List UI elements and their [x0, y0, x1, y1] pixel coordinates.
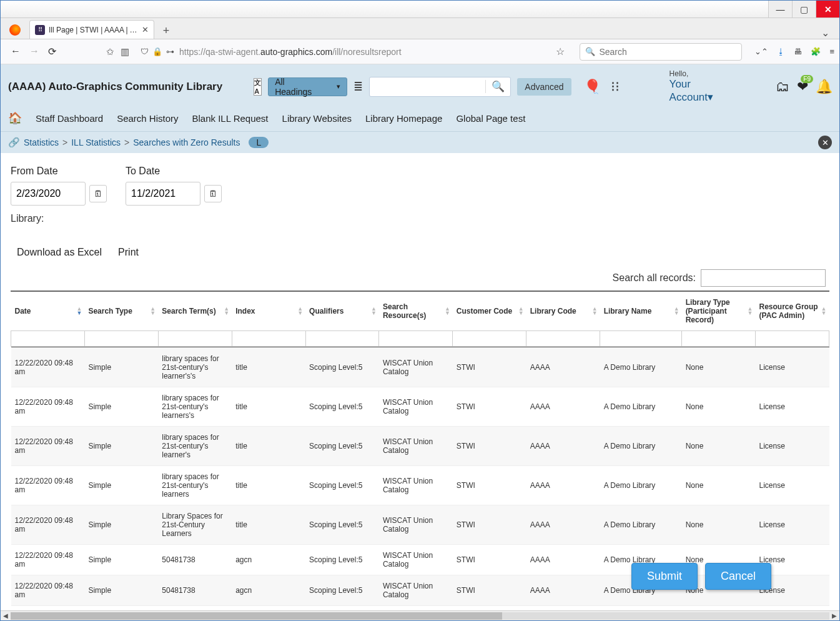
favorites-icon[interactable]: ❤F9: [797, 79, 808, 95]
pocket-icon[interactable]: ⌄⌃: [754, 47, 768, 56]
scroll-left-icon[interactable]: ◀: [1, 612, 11, 619]
window-minimize-button[interactable]: —: [768, 1, 792, 17]
cell-res: WISCAT Union Catalog: [379, 545, 453, 575]
nav-forward-icon[interactable]: →: [29, 46, 39, 57]
cell-libname: A Demo Library: [600, 348, 682, 387]
scan-icon[interactable]: ⁝⁝: [611, 79, 620, 95]
cell-term: Library Spaces for 21st-Century Learners: [158, 505, 232, 545]
search-go-button[interactable]: 🔍: [485, 80, 510, 93]
card-icon[interactable]: 🗂: [776, 79, 789, 95]
filter-res[interactable]: [379, 331, 452, 346]
col-search-type[interactable]: Search Type▲▼: [84, 292, 158, 331]
filter-date[interactable]: [11, 331, 84, 346]
col-resources[interactable]: Search Resource(s)▲▼: [379, 292, 453, 331]
browser-search-input[interactable]: [599, 47, 736, 57]
tab-overflow-icon[interactable]: ⌄: [815, 27, 836, 39]
cell-cust: STWI: [453, 545, 526, 575]
database-icon[interactable]: ≣: [353, 80, 363, 94]
cell-libtype: None: [682, 606, 756, 611]
to-date-input[interactable]: [126, 182, 200, 206]
filter-type[interactable]: [85, 331, 158, 346]
extensions-icon[interactable]: 🧩: [811, 47, 821, 56]
filter-lib[interactable]: [526, 331, 600, 346]
cell-libtype: None: [682, 387, 756, 427]
scroll-thumb[interactable]: [11, 612, 502, 620]
cell-libtype: None: [682, 466, 756, 505]
col-library-code[interactable]: Library Code▲▼: [526, 292, 600, 331]
window-close-button[interactable]: ✕: [816, 1, 839, 17]
col-library-type[interactable]: Library Type (Participant Record)▲▼: [682, 292, 756, 331]
print-link[interactable]: Print: [118, 247, 139, 258]
main-search: 🔍: [369, 77, 511, 97]
nav-library-websites[interactable]: Library Websites: [282, 113, 352, 124]
nav-back-icon[interactable]: ←: [11, 46, 21, 57]
new-tab-button[interactable]: +: [158, 22, 174, 39]
cell-qual: Scoping Level:5: [305, 466, 379, 505]
tab-close-icon[interactable]: ✕: [142, 25, 149, 34]
cell-type: Simple: [84, 387, 158, 427]
downloads-icon[interactable]: ⭳: [777, 47, 785, 56]
nav-global-page-test[interactable]: Global Page test: [456, 113, 525, 124]
scroll-right-icon[interactable]: ▶: [829, 612, 839, 619]
page-body: From Date 🗓 To Date 🗓 Library: Download …: [1, 153, 839, 610]
col-search-term[interactable]: Search Term(s)▲▼: [158, 292, 232, 331]
breadcrumb-ill-statistics[interactable]: ILL Statistics: [71, 137, 121, 147]
cell-libtype: None: [682, 427, 756, 466]
address-bar[interactable]: 🛡 🔒 ⊶ https://qa-stwi-agent.auto-graphic…: [136, 46, 573, 57]
filter-term[interactable]: [159, 331, 232, 346]
cell-date: 12/22/2020 09:48 am: [11, 545, 85, 575]
download-excel-link[interactable]: Download as Excel: [17, 247, 102, 258]
calendar-icon[interactable]: 🗓: [89, 185, 107, 202]
col-index[interactable]: Index▲▼: [232, 292, 305, 331]
nav-blank-ill[interactable]: Blank ILL Request: [192, 113, 269, 124]
cell-type: Simple: [84, 575, 158, 606]
menu-icon[interactable]: ≡: [829, 47, 834, 56]
col-resource-group[interactable]: Resource Group (PAC Admin)▲▼: [756, 292, 829, 331]
nav-staff-dashboard[interactable]: Staff Dashboard: [36, 113, 103, 124]
main-search-input[interactable]: [370, 82, 485, 91]
col-library-name[interactable]: Library Name▲▼: [600, 292, 682, 331]
breadcrumb-zero-results[interactable]: Searches with Zero Results: [133, 137, 240, 147]
search-all-input[interactable]: [701, 269, 826, 287]
chevron-down-icon: ▾: [708, 91, 713, 103]
filter-cust[interactable]: [453, 331, 526, 346]
headings-select[interactable]: All Headings ▾: [268, 77, 347, 96]
filter-qual[interactable]: [306, 331, 379, 346]
breadcrumb-close-icon[interactable]: ✕: [818, 136, 832, 149]
calendar-icon[interactable]: 🗓: [204, 185, 222, 202]
breadcrumb-statistics[interactable]: Statistics: [24, 137, 59, 147]
filter-libtype[interactable]: [682, 331, 755, 346]
bookmark-star-icon[interactable]: ☆: [556, 46, 565, 57]
bookmark-outline-icon[interactable]: ✩: [106, 46, 114, 57]
window-maximize-button[interactable]: ▢: [792, 1, 816, 17]
advanced-search-button[interactable]: Advanced: [517, 78, 571, 96]
filter-group[interactable]: [756, 331, 829, 346]
table-row: 12/22/2020 09:48 amSimpleLibrary Spaces …: [11, 505, 829, 545]
col-customer-code[interactable]: Customer Code▲▼: [453, 292, 526, 331]
nav-library-homepage[interactable]: Library Homepage: [365, 113, 442, 124]
account-block[interactable]: Hello, Your Account▾: [670, 69, 713, 104]
browser-tab[interactable]: ⠿ Ill Page | STWI | AAAA | Auto-G ✕: [29, 20, 154, 39]
browser-search-box[interactable]: 🔍: [580, 43, 742, 61]
filter-libname[interactable]: [600, 331, 681, 346]
balloon-icon[interactable]: 🎈: [584, 79, 601, 95]
library-icon[interactable]: ▥: [121, 46, 129, 57]
col-date[interactable]: Date▲▼: [11, 292, 85, 331]
cell-group: License: [756, 505, 829, 545]
cell-date: 12/22/2020 09:48 am: [11, 575, 85, 606]
bell-icon[interactable]: 🔔: [816, 79, 833, 95]
nav-search-history[interactable]: Search History: [117, 113, 178, 124]
cell-index: title: [232, 427, 305, 466]
floating-action-buttons: Submit Cancel: [631, 563, 771, 590]
submit-button[interactable]: Submit: [631, 563, 698, 590]
cell-lib: AAAA: [526, 505, 600, 545]
from-date-input[interactable]: [11, 182, 86, 206]
print-icon[interactable]: 🖶: [794, 47, 802, 56]
cancel-button[interactable]: Cancel: [705, 563, 771, 590]
language-icon[interactable]: 文A: [254, 78, 262, 96]
filter-index[interactable]: [232, 331, 305, 346]
home-icon[interactable]: 🏠: [8, 111, 22, 125]
col-qualifiers[interactable]: Qualifiers▲▼: [305, 292, 379, 331]
nav-reload-icon[interactable]: ⟳: [48, 46, 56, 57]
horizontal-scrollbar[interactable]: ◀ ▶: [1, 610, 839, 620]
